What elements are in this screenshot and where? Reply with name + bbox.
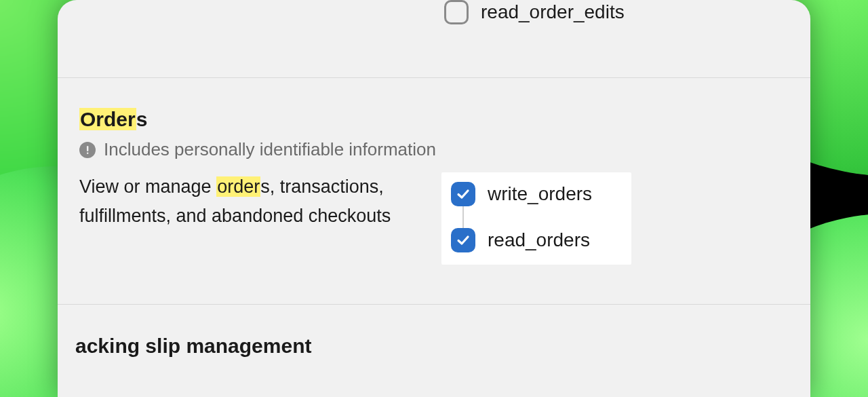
section-packing-slip: acking slip management — [58, 305, 810, 371]
scope-label: write_orders — [488, 183, 592, 205]
orders-description: View or manage orders, transactions, ful… — [79, 172, 425, 265]
scope-row-read-order-edits: read_order_edits — [444, 0, 625, 24]
orders-heading-rest: s — [136, 108, 148, 130]
checkbox-write-orders[interactable] — [451, 182, 475, 206]
scope-label: read_orders — [488, 229, 590, 251]
orders-heading-wrap: Orders — [79, 108, 789, 131]
orders-body: View or manage orders, transactions, ful… — [79, 172, 789, 265]
orders-scopes: write_orders read_orders — [441, 172, 631, 265]
section-order-edits: read_order_edits — [58, 0, 810, 78]
scope-label: read_order_edits — [481, 1, 625, 23]
pii-text: Includes personally identifiable informa… — [104, 139, 436, 160]
info-icon — [79, 142, 96, 158]
svg-rect-0 — [87, 146, 88, 151]
desc-highlight: order — [216, 176, 260, 197]
orders-heading-highlight: Order — [79, 108, 136, 130]
packing-slip-heading: acking slip management — [75, 335, 311, 357]
checkbox-read-orders[interactable] — [451, 228, 475, 252]
scope-row-write-orders: write_orders — [451, 182, 592, 206]
permissions-dialog: read_order_edits Orders Includes persona… — [58, 0, 810, 397]
desc-prefix: View or manage — [79, 176, 216, 197]
checkbox-read-order-edits[interactable] — [444, 0, 469, 24]
pii-notice: Includes personally identifiable informa… — [79, 139, 789, 160]
scope-row-read-orders: read_orders — [451, 228, 592, 252]
scope-connector — [462, 206, 464, 228]
svg-rect-1 — [87, 152, 88, 153]
section-orders: Orders Includes personally identifiable … — [58, 78, 810, 305]
packing-heading-crop: acking slip management — [75, 335, 789, 358]
